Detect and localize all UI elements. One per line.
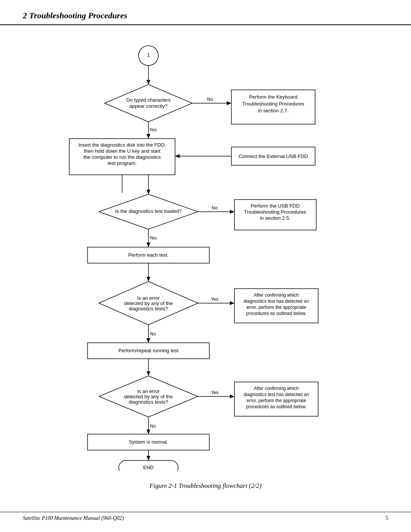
after1-box-line1: After confirming which: [254, 292, 299, 298]
page-footer: Satellite P100 Maintenance Manual (960-Q…: [0, 512, 411, 521]
svg-marker-15: [147, 190, 150, 194]
page-title: 2 Troubleshooting Procedures: [23, 11, 127, 20]
start-circle-label: 1: [147, 52, 150, 58]
usbfdd-box-line3: in section 2.5.: [260, 215, 290, 221]
diamond4-text2: detected by any of the: [124, 394, 173, 399]
keyboard-box-line1: Perform the Keyboard: [249, 94, 297, 100]
svg-marker-24: [147, 277, 150, 281]
svg-marker-30: [147, 338, 150, 343]
svg-marker-33: [147, 371, 150, 376]
svg-marker-36: [230, 395, 234, 398]
normal-box-line1: System is normal.: [129, 439, 168, 445]
repeat-box-line1: Perform/repeat running test: [118, 348, 179, 353]
flowchart-svg: 1 Do typed characters appear correctly? …: [23, 33, 388, 471]
diamond3-text3: diagnostics tests?: [129, 306, 168, 312]
footer-page-number: 5: [386, 515, 388, 521]
insert-box-line1: Insert the diagnostics disk into the FDD…: [78, 142, 166, 148]
insert-box-line3: the computer to run the diagnostics: [83, 154, 161, 160]
diamond4-text1: Is an error: [137, 388, 160, 394]
after1-box-line2: diagnostics test has detected an: [244, 299, 309, 304]
usbfdd-box-line1: Perform the USB FDD: [251, 203, 300, 209]
label-yes-2: Yes: [149, 235, 157, 241]
after1-box-line3: error, perform the appropriate: [247, 305, 306, 310]
end-label: END: [143, 465, 153, 470]
page: 2 Troubleshooting Procedures 1 Do typed …: [0, 0, 411, 532]
label-yes-4: Yes: [211, 390, 218, 395]
svg-marker-5: [227, 101, 231, 105]
insert-box-line4: test program.: [108, 160, 137, 166]
usbfdd-box-line2: Troubleshooting Procedures: [244, 209, 306, 215]
svg-marker-21: [147, 243, 150, 247]
label-yes-1: Yes: [149, 127, 157, 133]
diamond2-text1: Is the diagnostics test loaded?: [115, 208, 182, 214]
diamond3-text2: detected by any of the: [124, 300, 173, 306]
label-yes-3: Yes: [211, 297, 218, 302]
diamond1-text2: appear correctly?: [129, 103, 167, 109]
after1-box-line4: procedures as outlined below.: [246, 311, 307, 316]
keyboard-box-line3: in section 2.7.: [258, 108, 288, 113]
after2-box-line3: error, perform the appropriate: [247, 398, 306, 403]
label-no-4: No: [150, 423, 156, 429]
svg-marker-27: [230, 301, 234, 305]
svg-marker-42: [147, 456, 150, 460]
svg-marker-18: [230, 210, 234, 214]
svg-marker-2: [147, 80, 150, 85]
perform-box-line1: Perform each test.: [128, 252, 169, 258]
diamond4-text3: diagnostics tests?: [129, 399, 168, 405]
figure-caption: Figure 2-1 Troubleshooting flowchart (2/…: [0, 482, 411, 490]
keyboard-box-line2: Troubleshooting Procedures: [242, 101, 304, 107]
svg-marker-8: [147, 134, 150, 139]
flowchart-area: 1 Do typed characters appear correctly? …: [0, 25, 411, 474]
after2-box-line1: After confirming which: [254, 386, 299, 391]
label-no-1: No: [207, 97, 213, 102]
connect-box-line1: Connect the External USB FDD: [239, 153, 308, 159]
after2-box-line4: procedures as outlined below.: [246, 404, 307, 409]
svg-marker-39: [147, 430, 150, 434]
page-header: 2 Troubleshooting Procedures: [0, 0, 411, 25]
svg-marker-12: [175, 154, 180, 158]
after2-box-line2: diagnostics test has detected an: [244, 392, 309, 397]
label-no-2: No: [212, 205, 218, 211]
diamond1-text1: Do typed characters: [126, 97, 171, 103]
diamond3-text1: Is an error: [137, 295, 160, 301]
footer-manual-name: Satellite P100 Maintenance Manual (960-Q…: [23, 515, 124, 521]
label-no-3: No: [150, 331, 156, 337]
insert-box-line2: then hold down the U key and start: [84, 148, 161, 154]
